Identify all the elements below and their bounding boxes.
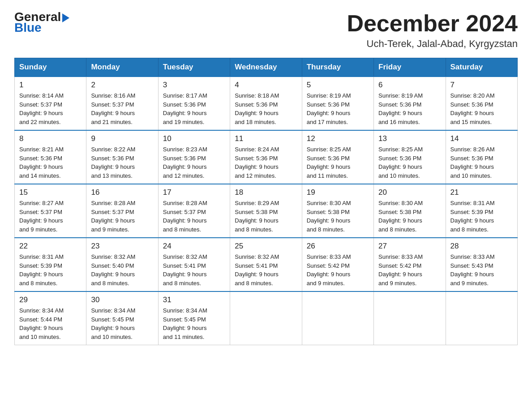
table-cell: 12 Sunrise: 8:25 AMSunset: 5:36 PMDaylig… — [302, 130, 373, 184]
logo: General Blue — [14, 11, 69, 34]
day-number: 14 — [450, 134, 513, 143]
table-cell: 14 Sunrise: 8:26 AMSunset: 5:36 PMDaylig… — [446, 130, 517, 184]
table-cell: 6 Sunrise: 8:19 AMSunset: 5:36 PMDayligh… — [374, 77, 446, 130]
table-cell: 3 Sunrise: 8:17 AMSunset: 5:36 PMDayligh… — [158, 77, 230, 130]
day-number: 27 — [378, 242, 441, 251]
day-number: 12 — [307, 134, 369, 143]
table-cell — [446, 291, 517, 345]
day-number: 8 — [19, 134, 82, 143]
day-info: Sunrise: 8:32 AMSunset: 5:41 PMDaylight:… — [163, 253, 207, 287]
day-info: Sunrise: 8:19 AMSunset: 5:36 PMDaylight:… — [378, 92, 423, 125]
day-info: Sunrise: 8:29 AMSunset: 5:38 PMDaylight:… — [235, 200, 279, 233]
week-row-1: 1 Sunrise: 8:14 AMSunset: 5:37 PMDayligh… — [15, 77, 518, 130]
table-cell: 22 Sunrise: 8:31 AMSunset: 5:39 PMDaylig… — [15, 238, 86, 291]
table-cell: 4 Sunrise: 8:18 AMSunset: 5:36 PMDayligh… — [230, 77, 302, 130]
week-row-3: 15 Sunrise: 8:27 AMSunset: 5:37 PMDaylig… — [15, 184, 518, 238]
table-cell: 25 Sunrise: 8:32 AMSunset: 5:41 PMDaylig… — [230, 238, 302, 291]
day-number: 28 — [450, 242, 513, 251]
table-cell: 23 Sunrise: 8:32 AMSunset: 5:40 PMDaylig… — [86, 238, 158, 291]
col-monday: Monday — [86, 58, 158, 77]
day-number: 7 — [450, 81, 513, 90]
table-cell: 20 Sunrise: 8:30 AMSunset: 5:38 PMDaylig… — [374, 184, 446, 238]
day-number: 6 — [378, 81, 441, 90]
logo-blue: Blue — [14, 21, 42, 34]
day-number: 9 — [91, 134, 153, 143]
week-row-5: 29 Sunrise: 8:34 AMSunset: 5:44 PMDaylig… — [15, 291, 518, 345]
table-cell: 24 Sunrise: 8:32 AMSunset: 5:41 PMDaylig… — [158, 238, 230, 291]
day-info: Sunrise: 8:24 AMSunset: 5:36 PMDaylight:… — [235, 146, 279, 179]
day-number: 25 — [235, 242, 297, 251]
day-info: Sunrise: 8:20 AMSunset: 5:36 PMDaylight:… — [450, 92, 495, 125]
day-number: 4 — [235, 81, 297, 90]
calendar-table: Sunday Monday Tuesday Wednesday Thursday… — [14, 58, 518, 345]
col-wednesday: Wednesday — [230, 58, 302, 77]
day-number: 21 — [450, 188, 513, 197]
title-block: December 2024 Uch-Terek, Jalal-Abad, Kyr… — [347, 11, 518, 50]
col-saturday: Saturday — [446, 58, 517, 77]
table-cell: 31 Sunrise: 8:34 AMSunset: 5:45 PMDaylig… — [158, 291, 230, 345]
day-number: 20 — [378, 188, 441, 197]
day-number: 13 — [378, 134, 441, 143]
day-number: 1 — [19, 81, 82, 90]
day-number: 3 — [163, 81, 225, 90]
table-cell: 16 Sunrise: 8:28 AMSunset: 5:37 PMDaylig… — [86, 184, 158, 238]
day-info: Sunrise: 8:28 AMSunset: 5:37 PMDaylight:… — [91, 200, 135, 233]
day-number: 31 — [163, 295, 225, 304]
day-info: Sunrise: 8:14 AMSunset: 5:37 PMDaylight:… — [19, 92, 64, 125]
day-number: 15 — [19, 188, 82, 197]
week-row-2: 8 Sunrise: 8:21 AMSunset: 5:36 PMDayligh… — [15, 130, 518, 184]
day-info: Sunrise: 8:33 AMSunset: 5:43 PMDaylight:… — [450, 253, 495, 287]
table-cell: 9 Sunrise: 8:22 AMSunset: 5:36 PMDayligh… — [86, 130, 158, 184]
day-info: Sunrise: 8:33 AMSunset: 5:42 PMDaylight:… — [378, 253, 423, 287]
day-info: Sunrise: 8:19 AMSunset: 5:36 PMDaylight:… — [307, 92, 351, 125]
day-number: 30 — [91, 295, 153, 304]
day-info: Sunrise: 8:27 AMSunset: 5:37 PMDaylight:… — [19, 200, 64, 233]
day-number: 19 — [307, 188, 369, 197]
col-friday: Friday — [374, 58, 446, 77]
day-info: Sunrise: 8:34 AMSunset: 5:45 PMDaylight:… — [91, 307, 135, 340]
logo-arrow-icon — [62, 13, 69, 22]
table-cell: 30 Sunrise: 8:34 AMSunset: 5:45 PMDaylig… — [86, 291, 158, 345]
table-cell: 17 Sunrise: 8:28 AMSunset: 5:37 PMDaylig… — [158, 184, 230, 238]
day-info: Sunrise: 8:22 AMSunset: 5:36 PMDaylight:… — [91, 146, 135, 179]
day-number: 24 — [163, 242, 225, 251]
table-cell: 21 Sunrise: 8:31 AMSunset: 5:39 PMDaylig… — [446, 184, 517, 238]
day-info: Sunrise: 8:21 AMSunset: 5:36 PMDaylight:… — [19, 146, 64, 179]
day-info: Sunrise: 8:16 AMSunset: 5:37 PMDaylight:… — [91, 92, 135, 125]
day-info: Sunrise: 8:32 AMSunset: 5:40 PMDaylight:… — [91, 253, 135, 287]
day-info: Sunrise: 8:34 AMSunset: 5:45 PMDaylight:… — [163, 307, 207, 340]
day-info: Sunrise: 8:26 AMSunset: 5:36 PMDaylight:… — [450, 146, 495, 179]
day-info: Sunrise: 8:25 AMSunset: 5:36 PMDaylight:… — [307, 146, 351, 179]
day-info: Sunrise: 8:30 AMSunset: 5:38 PMDaylight:… — [307, 200, 351, 233]
table-cell: 11 Sunrise: 8:24 AMSunset: 5:36 PMDaylig… — [230, 130, 302, 184]
day-info: Sunrise: 8:31 AMSunset: 5:39 PMDaylight:… — [450, 200, 495, 233]
table-cell: 27 Sunrise: 8:33 AMSunset: 5:42 PMDaylig… — [374, 238, 446, 291]
col-thursday: Thursday — [302, 58, 373, 77]
day-info: Sunrise: 8:33 AMSunset: 5:42 PMDaylight:… — [307, 253, 351, 287]
day-info: Sunrise: 8:23 AMSunset: 5:36 PMDaylight:… — [163, 146, 207, 179]
day-number: 2 — [91, 81, 153, 90]
day-number: 26 — [307, 242, 369, 251]
day-number: 16 — [91, 188, 153, 197]
day-info: Sunrise: 8:34 AMSunset: 5:44 PMDaylight:… — [19, 307, 64, 340]
table-cell: 7 Sunrise: 8:20 AMSunset: 5:36 PMDayligh… — [446, 77, 517, 130]
day-info: Sunrise: 8:31 AMSunset: 5:39 PMDaylight:… — [19, 253, 64, 287]
col-sunday: Sunday — [15, 58, 86, 77]
table-cell — [302, 291, 373, 345]
col-tuesday: Tuesday — [158, 58, 230, 77]
day-number: 17 — [163, 188, 225, 197]
day-number: 11 — [235, 134, 297, 143]
subtitle: Uch-Terek, Jalal-Abad, Kyrgyzstan — [347, 38, 518, 50]
day-info: Sunrise: 8:32 AMSunset: 5:41 PMDaylight:… — [235, 253, 279, 287]
day-info: Sunrise: 8:17 AMSunset: 5:36 PMDaylight:… — [163, 92, 207, 125]
table-cell: 10 Sunrise: 8:23 AMSunset: 5:36 PMDaylig… — [158, 130, 230, 184]
page-header: General Blue December 2024 Uch-Terek, Ja… — [14, 11, 518, 50]
day-number: 22 — [19, 242, 82, 251]
day-number: 18 — [235, 188, 297, 197]
calendar-header-row: Sunday Monday Tuesday Wednesday Thursday… — [15, 58, 518, 77]
day-number: 5 — [307, 81, 369, 90]
table-cell: 26 Sunrise: 8:33 AMSunset: 5:42 PMDaylig… — [302, 238, 373, 291]
table-cell: 5 Sunrise: 8:19 AMSunset: 5:36 PMDayligh… — [302, 77, 373, 130]
table-cell — [374, 291, 446, 345]
main-title: December 2024 — [347, 11, 518, 36]
